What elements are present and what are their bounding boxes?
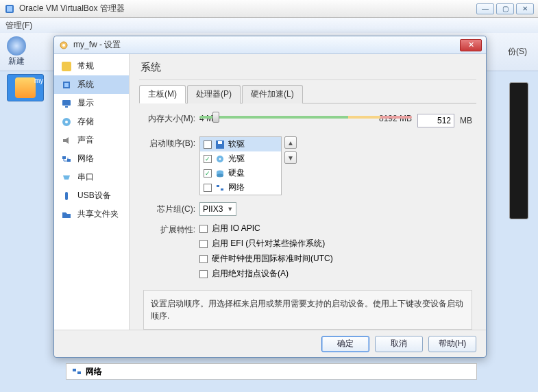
boot-item-hdd[interactable]: ✓ 硬盘 (200, 166, 281, 180)
main-menu: 管理(F) (0, 18, 538, 33)
sidebar-item-display[interactable]: 显示 (54, 94, 129, 112)
vm-preview (509, 82, 528, 219)
detail-network-label: 网络 (86, 366, 102, 378)
sidebar-item-storage[interactable]: 存储 (54, 112, 129, 131)
checkbox-label: 启用绝对指点设备(A) (212, 268, 289, 280)
menu-manage[interactable]: 管理(F) (5, 20, 32, 32)
boot-order-list[interactable]: 软驱 ✓ 光驱 ✓ 硬盘 (199, 136, 282, 195)
serial-icon (61, 172, 72, 183)
boot-move-up-button[interactable]: ▲ (284, 136, 297, 149)
memory-input[interactable] (417, 114, 454, 127)
dialog-footer: 确定 取消 帮助(H) (54, 330, 486, 357)
ext-utc[interactable]: 硬件时钟使用国际标准时间(UTC) (199, 253, 472, 265)
hdd-icon (215, 169, 225, 178)
ext-efi[interactable]: 启用 EFI (只针对某些操作系统) (199, 238, 472, 249)
settings-dialog: my_fw - 设置 ✕ 常规 系统 显示 存储 声音 (53, 36, 487, 358)
window-buttons: — ▢ ✕ (476, 3, 534, 14)
usb-icon (61, 191, 72, 201)
sidebar-item-audio[interactable]: 声音 (54, 131, 129, 149)
boot-item-label: 硬盘 (228, 167, 245, 179)
sidebar-item-shared[interactable]: 共享文件夹 (54, 205, 129, 223)
sidebar-item-serial[interactable]: 串口 (54, 168, 129, 186)
svg-rect-6 (64, 83, 69, 87)
memory-label: 内存大小(M): (143, 112, 199, 125)
svg-rect-12 (62, 156, 66, 159)
boot-checkbox[interactable]: ✓ (204, 169, 212, 177)
svg-point-10 (65, 121, 68, 123)
folder-icon (61, 209, 72, 220)
maximize-button[interactable]: ▢ (496, 3, 514, 14)
new-vm-button[interactable]: 新建 (7, 36, 26, 67)
boot-item-network[interactable]: 网络 (200, 180, 281, 195)
new-vm-label: 新建 (8, 56, 25, 67)
dialog-titlebar: my_fw - 设置 ✕ (54, 36, 486, 54)
detail-network-row[interactable]: 网络 (66, 363, 477, 380)
svg-rect-16 (218, 141, 222, 144)
ok-button[interactable]: 确定 (321, 336, 369, 352)
dialog-close-button[interactable]: ✕ (460, 39, 482, 51)
sidebar-label: 串口 (77, 171, 94, 183)
chevron-down-icon: ▼ (227, 206, 233, 212)
boot-move-down-button[interactable]: ▼ (284, 151, 297, 164)
sidebar-item-usb[interactable]: USB设备 (54, 186, 129, 205)
gear-icon (7, 36, 26, 56)
boot-checkbox[interactable]: ✓ (204, 155, 212, 163)
boot-checkbox[interactable] (204, 184, 212, 192)
sidebar-label: 显示 (77, 97, 94, 109)
network-icon (215, 183, 225, 193)
checkbox[interactable] (199, 270, 208, 278)
tab-acceleration[interactable]: 硬件加速(L) (242, 85, 303, 103)
sidebar-label: 系统 (77, 79, 94, 90)
minimize-button[interactable]: — (476, 3, 494, 14)
svg-rect-14 (65, 192, 68, 200)
slider-thumb[interactable] (212, 112, 219, 123)
sidebar-label: 网络 (77, 153, 94, 164)
ext-abs-point[interactable]: 启用绝对指点设备(A) (199, 268, 472, 280)
chipset-label: 芯片组(C): (143, 202, 199, 215)
checkbox[interactable] (199, 255, 208, 263)
boot-checkbox[interactable] (204, 140, 212, 149)
close-button[interactable]: ✕ (516, 3, 534, 14)
svg-rect-7 (62, 100, 71, 106)
chip-icon (61, 79, 72, 90)
memory-slider[interactable]: 4 MB 8192 MB (199, 112, 412, 130)
disk-icon (61, 117, 72, 127)
extended-label: 扩展特性: (143, 223, 199, 236)
tab-processor[interactable]: 处理器(P) (187, 85, 241, 103)
snapshot-label: 份(S) (508, 46, 527, 58)
main-titlebar: Oracle VM VirtualBox 管理器 — ▢ ✕ (0, 0, 538, 18)
help-button[interactable]: 帮助(H) (428, 336, 476, 352)
svg-point-18 (219, 158, 221, 160)
sidebar-item-network[interactable]: 网络 (54, 149, 129, 168)
help-text: 设置启动顺序。用选择框来启用或禁用需要支持的启动设备。使用上下键改变设备启动顺序… (143, 290, 472, 330)
virtualbox-icon (4, 3, 15, 14)
sidebar-item-system[interactable]: 系统 (54, 75, 129, 94)
vm-icon (15, 77, 36, 98)
boot-item-optical[interactable]: ✓ 光驱 (200, 151, 281, 166)
svg-marker-11 (63, 137, 69, 144)
gear-icon (58, 40, 69, 51)
sidebar-item-general[interactable]: 常规 (54, 57, 129, 75)
settings-sidebar: 常规 系统 显示 存储 声音 网络 (54, 54, 130, 330)
floppy-icon (215, 140, 225, 149)
boot-item-label: 网络 (228, 182, 245, 193)
boot-item-label: 光驱 (228, 153, 245, 164)
svg-point-3 (62, 44, 65, 47)
checkbox[interactable] (199, 225, 208, 233)
cancel-button[interactable]: 取消 (375, 336, 423, 352)
boot-item-floppy[interactable]: 软驱 (200, 137, 281, 151)
tab-motherboard[interactable]: 主板(M) (139, 85, 186, 103)
checkbox[interactable] (199, 240, 208, 248)
checkbox-label: 启用 EFI (只针对某些操作系统) (212, 238, 325, 249)
settings-tabs: 主板(M) 处理器(P) 硬件加速(L) (139, 84, 476, 103)
chipset-dropdown[interactable]: PIIX3 ▼ (199, 202, 236, 216)
chipset-value: PIIX3 (203, 204, 223, 214)
svg-rect-23 (221, 188, 223, 191)
network-icon (61, 154, 72, 164)
general-icon (61, 61, 72, 72)
svg-rect-4 (62, 62, 71, 71)
ext-io-apic[interactable]: 启用 IO APIC (199, 223, 472, 234)
sidebar-label: 存储 (77, 116, 94, 127)
monitor-icon (61, 98, 72, 109)
memory-unit: MB (460, 116, 472, 125)
